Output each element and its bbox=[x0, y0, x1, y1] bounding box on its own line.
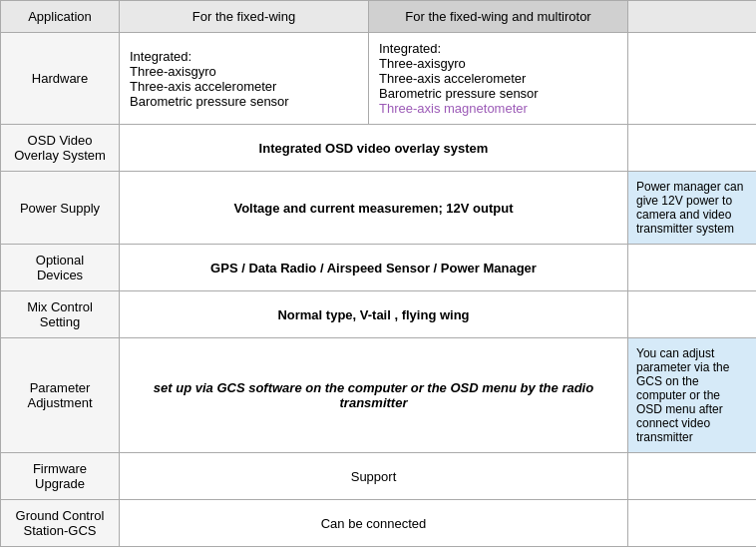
row-label: Hardware bbox=[1, 33, 120, 125]
hardware-col4 bbox=[628, 33, 757, 125]
row-label: Mix Control Setting bbox=[1, 291, 120, 338]
row-col4 bbox=[628, 125, 757, 172]
table-row: Firmware UpgradeSupport bbox=[1, 453, 757, 500]
row-label: Ground Control Station-GCS bbox=[1, 500, 120, 547]
header-fixed-wing-multirotor: For the fixed-wing and multirotor bbox=[369, 1, 628, 33]
row-col4 bbox=[628, 291, 757, 338]
row-content: GPS / Data Radio / Airspeed Sensor / Pow… bbox=[120, 245, 628, 291]
row-label: Power Supply bbox=[1, 172, 120, 245]
row-content: Voltage and current measuremen; 12V outp… bbox=[120, 172, 628, 245]
table-row: Mix Control SettingNormal type, V-tail ,… bbox=[1, 291, 757, 338]
header-application: Application bbox=[1, 1, 120, 33]
hardware-col2: Integrated:Three-axisgyroThree-axis acce… bbox=[120, 33, 369, 125]
table-row: Parameter Adjustmentset up via GCS softw… bbox=[1, 338, 757, 453]
header-extra bbox=[628, 1, 757, 33]
row-label: Optional Devices bbox=[1, 245, 120, 291]
table-row: OSD Video Overlay SystemIntegrated OSD v… bbox=[1, 125, 757, 172]
row-col4: You can adjust parameter via the GCS on … bbox=[628, 338, 757, 453]
table-row: Power SupplyVoltage and current measurem… bbox=[1, 172, 757, 245]
row-col4 bbox=[628, 500, 757, 547]
table-row: Optional DevicesGPS / Data Radio / Airsp… bbox=[1, 245, 757, 291]
hardware-col3: Integrated:Three-axisgyroThree-axis acce… bbox=[369, 33, 628, 125]
row-content: set up via GCS software on the computer … bbox=[120, 338, 628, 453]
row-content: Integrated OSD video overlay system bbox=[120, 125, 628, 172]
row-label: OSD Video Overlay System bbox=[1, 125, 120, 172]
table-row: Ground Control Station-GCSCan be connect… bbox=[1, 500, 757, 547]
row-content: Normal type, V-tail , flying wing bbox=[120, 291, 628, 338]
row-content: Support bbox=[120, 453, 628, 500]
row-col4 bbox=[628, 245, 757, 291]
row-col4: Power manager can give 12V power to came… bbox=[628, 172, 757, 245]
table-header: Application For the fixed-wing For the f… bbox=[1, 1, 757, 33]
row-label: Parameter Adjustment bbox=[1, 338, 120, 453]
table-row: HardwareIntegrated:Three-axisgyroThree-a… bbox=[1, 33, 757, 125]
row-col4 bbox=[628, 453, 757, 500]
header-fixed-wing: For the fixed-wing bbox=[120, 1, 369, 33]
row-label: Firmware Upgrade bbox=[1, 453, 120, 500]
row-content: Can be connected bbox=[120, 500, 628, 547]
